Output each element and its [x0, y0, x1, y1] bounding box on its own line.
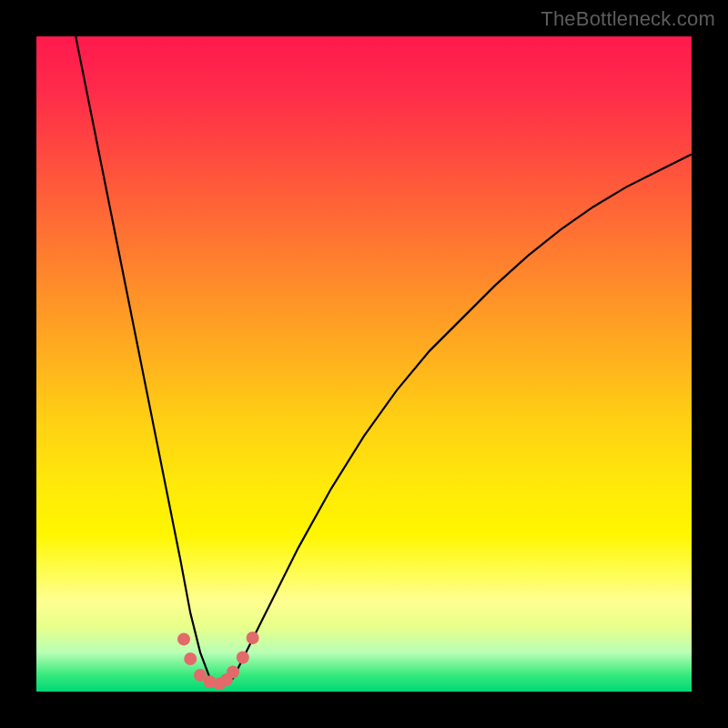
chart-frame: TheBottleneck.com [0, 0, 728, 728]
highlight-dot [177, 632, 190, 645]
bottleneck-curve-svg [36, 36, 692, 692]
highlight-dots [177, 632, 259, 690]
bottleneck-curve [76, 36, 692, 688]
highlight-dot [227, 665, 239, 678]
highlight-dot [237, 652, 249, 664]
highlight-dot [247, 632, 259, 644]
plot-area [36, 36, 692, 692]
watermark-text: TheBottleneck.com [541, 7, 715, 31]
highlight-dot [184, 652, 197, 665]
